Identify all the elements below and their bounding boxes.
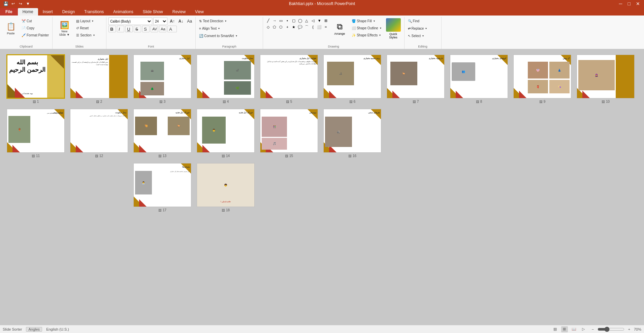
increase-font-button[interactable]: A↑ xyxy=(168,18,176,25)
quick-styles-button[interactable]: Quick Styles xyxy=(385,18,402,40)
slide-thumb-3[interactable]: ایل بختیاری 🏔 🌲 xyxy=(133,55,191,98)
shape-eq[interactable]: = xyxy=(323,24,329,30)
slide-thumb-wrapper-1[interactable]: بسم الله الرحمن الرحیم بهبه هشتمانی 🖼 1 xyxy=(7,55,65,103)
close-button[interactable]: ✕ xyxy=(635,1,641,6)
format-painter-button[interactable]: 🖌️ Format Painter xyxy=(20,32,50,38)
slide-thumb-wrapper-5[interactable]: طوایف ایل بختیاری فهرست طوایف و تقسیمات … xyxy=(260,55,318,103)
cut-button[interactable]: ✂️ Cut xyxy=(20,18,50,24)
undo-button[interactable]: ↩ xyxy=(10,1,16,7)
char-spacing-button[interactable]: AV xyxy=(151,26,158,32)
shape-diamond[interactable]: ◇ xyxy=(265,24,271,30)
font-name-select[interactable]: Calibri (Body) xyxy=(108,18,152,25)
minimize-button[interactable]: ─ xyxy=(618,1,624,6)
zoom-in-button[interactable]: + xyxy=(626,326,633,332)
select-button[interactable]: ↖ Select ▾ xyxy=(407,32,428,39)
maximize-button[interactable]: □ xyxy=(626,1,632,6)
slide-thumb-wrapper-10[interactable]: 🧕 🖼 10 xyxy=(577,55,635,103)
strikethrough-button[interactable]: S̶ xyxy=(134,26,141,32)
shape-star[interactable]: ★ xyxy=(291,24,297,30)
slide-thumb-wrapper-12[interactable]: محل سکونت اطلاعات مربوط به محل سکونت ایل… xyxy=(70,109,128,158)
align-text-button[interactable]: ≡ Align Text ▾ xyxy=(198,25,221,32)
zoom-slider[interactable] xyxy=(598,327,624,332)
normal-view-button[interactable]: ▤ xyxy=(552,326,558,332)
slide-thumb-12[interactable]: محل سکونت اطلاعات مربوط به محل سکونت ایل… xyxy=(70,109,128,153)
shape-pent[interactable]: ⬠ xyxy=(271,24,278,30)
slide-thumb-11[interactable]: صنایع دستی 🏺 اطلاعات مربوط به صنایع دستی xyxy=(7,109,65,153)
shape-flow[interactable]: ⬜ xyxy=(316,24,322,30)
decrease-font-button[interactable]: A↓ xyxy=(177,18,185,25)
reading-view-button[interactable]: 📖 xyxy=(571,326,577,332)
slide-sorter-view-button[interactable]: ⊞ xyxy=(561,326,568,332)
slide-thumb-2[interactable]: ایل بختیاری متن اطلاعات ایل بختیاری و تا… xyxy=(70,55,128,98)
shape-rect2[interactable]: ▪ xyxy=(284,18,290,24)
slide-show-view-button[interactable]: ▷ xyxy=(580,326,587,332)
slide-thumb-15[interactable]: موسیقی 👫 🎵 xyxy=(260,109,318,153)
text-direction-button[interactable]: ⇅ Text Direction ▾ xyxy=(198,18,228,24)
slide-thumb-10[interactable]: 🧕 xyxy=(577,55,635,98)
slide-thumb-7[interactable]: تاریخچه بختیاری 🐎 xyxy=(387,55,445,98)
copy-button[interactable]: 📄 Copy xyxy=(20,25,50,31)
tab-transitions[interactable]: Transitions xyxy=(79,8,108,16)
tab-insert[interactable]: Insert xyxy=(38,8,58,16)
new-slide-button[interactable]: 🖼️ NewSlide ▼ xyxy=(55,18,74,40)
slide-thumb-14[interactable]: خوراک ابل تغذیه 👨 xyxy=(197,109,255,153)
slide-thumb-16[interactable]: هنرهای سنتی 🪨 xyxy=(323,109,381,153)
slide-thumb-wrapper-4[interactable]: محل سکونت 🏕 🌿 🖼 4 xyxy=(197,55,255,103)
slide-thumb-wrapper-3[interactable]: ایل بختیاری 🏔 🌲 🖼 3 xyxy=(133,55,191,103)
find-button[interactable]: 🔍 Find xyxy=(407,18,428,24)
shape-rect[interactable]: ▭ xyxy=(278,18,284,24)
shape-line[interactable]: ╱ xyxy=(265,18,271,24)
zoom-out-button[interactable]: − xyxy=(589,326,596,332)
shape-more[interactable]: ▼ xyxy=(316,18,322,24)
shape-rtri[interactable]: ◁ xyxy=(310,18,316,24)
slide-thumb-13[interactable]: خوراک ابل تغذیه 🐫 🐎 xyxy=(133,109,191,153)
slide-thumb-4[interactable]: محل سکونت 🏕 🌿 xyxy=(197,55,255,98)
shape-arc[interactable]: ⌒ xyxy=(303,24,310,30)
text-shadow-button[interactable]: S xyxy=(142,26,150,32)
tab-design[interactable]: Design xyxy=(58,8,79,16)
save-button[interactable]: 💾 xyxy=(3,1,9,7)
slide-thumb-5[interactable]: طوایف ایل بختیاری فهرست طوایف و تقسیمات … xyxy=(260,55,318,98)
slide-thumb-wrapper-2[interactable]: ایل بختیاری متن اطلاعات ایل بختیاری و تا… xyxy=(70,55,128,103)
slide-thumb-17[interactable]: معرفی‌ها 👨‍💼 متن معرفی شخصیت‌های ایل بخت… xyxy=(133,163,191,207)
section-button[interactable]: ☰ Section ▾ xyxy=(75,32,96,38)
slide-thumb-wrapper-7[interactable]: تاریخچه بختیاری 🐎 🖼 7 xyxy=(387,55,445,103)
slide-thumb-wrapper-17[interactable]: معرفی‌ها 👨‍💼 متن معرفی شخصیت‌های ایل بخت… xyxy=(133,163,191,212)
font-color-button[interactable]: A xyxy=(167,26,177,32)
convert-smartart-button[interactable]: 🔄 Convert to SmartArt ▾ xyxy=(198,32,238,39)
slide-thumb-wrapper-16[interactable]: هنرهای سنتی 🪨 🖼 16 xyxy=(323,109,381,158)
shape-effects-button[interactable]: ✨ Shape Effects ▾ xyxy=(350,32,382,38)
slide-thumb-wrapper-18[interactable]: 👦 خلاصه ابتدایی ! 🖼 18 xyxy=(197,163,255,212)
shape-tri[interactable]: △ xyxy=(303,18,310,24)
shape-outline-button[interactable]: ⬜ Shape Outline ▾ xyxy=(350,25,382,31)
tab-animations[interactable]: Animations xyxy=(108,8,138,16)
layout-button[interactable]: ▤ Layout ▾ xyxy=(75,18,96,24)
shape-callout[interactable]: 💬 xyxy=(297,24,303,30)
customize-button[interactable]: ▼ xyxy=(25,1,31,7)
tab-review[interactable]: Review xyxy=(168,8,190,16)
underline-button[interactable]: U xyxy=(125,26,133,32)
tab-angles[interactable]: Angles xyxy=(26,327,42,332)
slide-panel[interactable]: بسم الله الرحمن الرحیم بهبه هشتمانی 🖼 1 … xyxy=(0,49,644,325)
arrange-button[interactable]: ⧉ Arrange xyxy=(331,18,348,40)
clear-format-button[interactable]: Aa xyxy=(186,18,193,25)
reset-button[interactable]: ↺ Reset xyxy=(75,25,96,31)
slide-thumb-wrapper-14[interactable]: خوراک ابل تغذیه 👨 🖼 14 xyxy=(197,109,255,158)
slide-thumb-9[interactable]: آن پوش 👗 👘 👒 🧣 xyxy=(513,55,571,98)
font-size-select[interactable]: 24 xyxy=(153,18,167,25)
slide-thumb-6[interactable]: وجه تسمیه بختیاری 🏞 xyxy=(323,55,381,98)
slide-thumb-wrapper-13[interactable]: خوراک ابل تغذیه 🐫 🐎 🖼 13 xyxy=(133,109,191,158)
redo-button[interactable]: ↪ xyxy=(18,1,24,7)
shape-expand[interactable]: ⊞ xyxy=(323,18,329,24)
slide-thumb-wrapper-6[interactable]: وجه تسمیه بختیاری 🏞 🖼 6 xyxy=(323,55,381,103)
shape-arrow[interactable]: → xyxy=(271,18,278,24)
tab-file[interactable]: File xyxy=(0,8,18,16)
paste-button[interactable]: 📋 Paste xyxy=(2,18,20,40)
slide-thumb-8[interactable]: کوچ‌های بختیاری 👥 xyxy=(450,55,508,98)
replace-button[interactable]: ⇄ Replace ▾ xyxy=(407,25,428,32)
shape-brace[interactable]: { xyxy=(310,24,316,30)
slide-thumb-1[interactable]: بسم الله الرحمن الرحیم بهبه هشتمانی xyxy=(7,55,65,98)
slide-thumb-wrapper-9[interactable]: آن پوش 👗 👘 👒 🧣 🖼 9 xyxy=(513,55,571,103)
shape-oval[interactable]: ◯ xyxy=(297,18,303,24)
slide-thumb-wrapper-15[interactable]: موسیقی 👫 🎵 🖼 15 xyxy=(260,109,318,158)
